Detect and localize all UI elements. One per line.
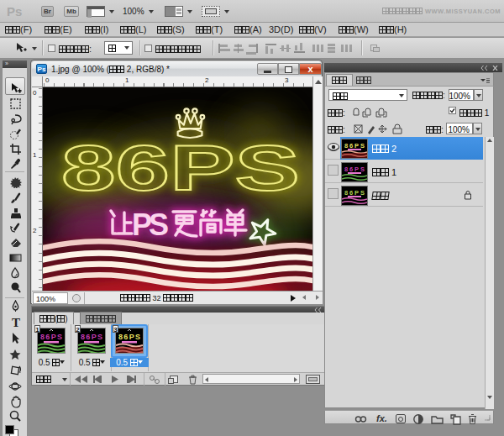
svg-text:86PS: 86PS <box>118 333 140 341</box>
svg-text:86PS: 86PS <box>40 333 62 341</box>
svg-text:86PS: 86PS <box>81 333 102 341</box>
svg-text:86PS: 86PS <box>344 165 365 173</box>
svg-text:86PS: 86PS <box>344 142 365 150</box>
svg-text:86PS: 86PS <box>61 132 300 203</box>
svg-text:86PS: 86PS <box>344 189 365 197</box>
svg-text:PS: PS <box>132 207 169 242</box>
svg-text:T: T <box>12 316 20 328</box>
